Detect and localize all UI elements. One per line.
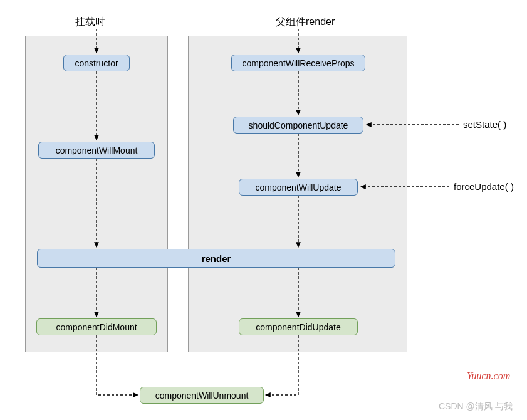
node-shouldcomponentupdate: shouldComponentUpdate: [233, 117, 363, 134]
watermark-red: Yuucn.com: [467, 370, 510, 382]
label-forceupdate: forceUpdate( ): [454, 181, 514, 192]
node-render: render: [37, 249, 395, 268]
node-componentdidupdate: componentDidUpdate: [239, 318, 358, 335]
watermark-gray: CSDN @清风 与我: [439, 401, 513, 412]
mount-title: 挂载时: [75, 16, 105, 29]
update-title: 父组件render: [276, 16, 335, 29]
node-componentwillreceiveprops: componentWillReceiveProps: [231, 55, 365, 71]
node-constructor: constructor: [63, 55, 130, 71]
label-setstate: setState( ): [463, 119, 506, 130]
node-componentdidmount: componentDidMount: [36, 318, 157, 335]
node-componentwillupdate: componentWillUpdate: [239, 179, 358, 196]
node-componentwillunmount: componentWillUnmount: [140, 387, 264, 404]
node-componentwillmount: componentWillMount: [38, 142, 155, 159]
mount-panel: [25, 36, 168, 352]
